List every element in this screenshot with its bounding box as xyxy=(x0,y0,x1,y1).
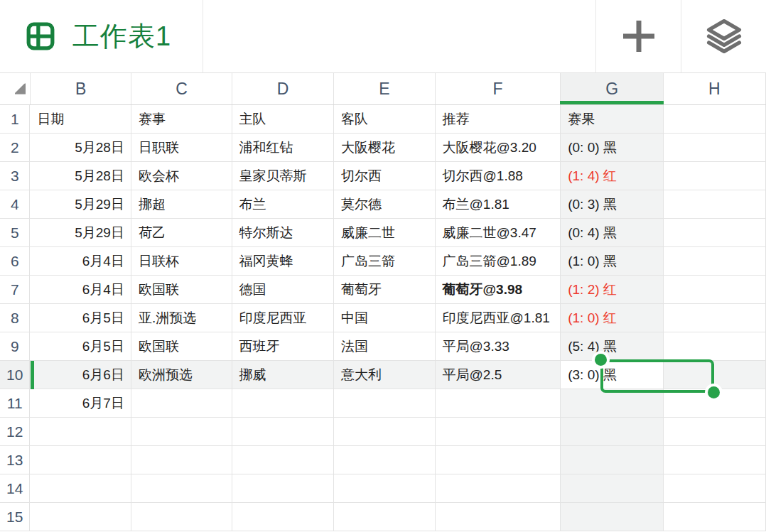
cell-F10[interactable]: 平局@2.5 xyxy=(436,361,561,389)
cell-G8[interactable]: (1: 0) 红 xyxy=(561,304,663,332)
cell-G12[interactable] xyxy=(561,418,663,446)
cell-G5[interactable]: (0: 4) 黑 xyxy=(561,219,663,247)
select-all-cell[interactable] xyxy=(0,73,31,104)
cell-E8[interactable]: 中国 xyxy=(334,304,436,332)
cell-G11[interactable] xyxy=(561,389,663,418)
cell-F13[interactable] xyxy=(436,446,561,474)
cell-E5[interactable]: 威廉二世 xyxy=(334,219,436,247)
cell-C4[interactable]: 挪超 xyxy=(131,190,232,219)
cell-E2[interactable]: 大阪樱花 xyxy=(334,134,436,162)
cell-C8[interactable]: 亚.洲预选 xyxy=(131,304,232,332)
cell-E10[interactable]: 意大利 xyxy=(334,361,436,389)
cell-H4[interactable] xyxy=(664,190,766,219)
cell-B5[interactable]: 5月29日 xyxy=(30,219,131,247)
cell-E9[interactable]: 法国 xyxy=(334,332,436,361)
row-header-3[interactable]: 3 xyxy=(0,162,30,190)
cell-B1[interactable]: 日期 xyxy=(30,105,131,134)
column-header-B[interactable]: B xyxy=(31,73,131,104)
cell-C3[interactable]: 欧会杯 xyxy=(131,162,232,190)
cell-H3[interactable] xyxy=(664,162,766,190)
cell-D5[interactable]: 特尔斯达 xyxy=(232,219,334,247)
cell-C5[interactable]: 荷乙 xyxy=(131,219,232,247)
row-header-2[interactable]: 2 xyxy=(0,134,30,162)
cell-H9[interactable] xyxy=(664,332,766,361)
cell-F3[interactable]: 切尔西@1.88 xyxy=(436,162,561,190)
cell-C6[interactable]: 日联杯 xyxy=(131,247,232,276)
cell-D9[interactable]: 西班牙 xyxy=(232,332,334,361)
cell-G1[interactable]: 赛果 xyxy=(561,105,663,134)
row-header-5[interactable]: 5 xyxy=(0,219,30,247)
row-header-6[interactable]: 6 xyxy=(0,247,30,276)
column-header-F[interactable]: F xyxy=(436,73,561,104)
column-header-E[interactable]: E xyxy=(334,73,435,104)
cell-H15[interactable] xyxy=(664,503,766,531)
cell-C11[interactable] xyxy=(131,389,232,418)
cell-D3[interactable]: 皇家贝蒂斯 xyxy=(232,162,334,190)
cell-G9[interactable]: (5: 4) 黑 xyxy=(561,332,663,361)
cell-B14[interactable] xyxy=(30,474,131,503)
cell-H12[interactable] xyxy=(664,418,766,446)
selected-cell-G10[interactable]: (3: 0) 黑 xyxy=(561,361,663,389)
cell-G14[interactable] xyxy=(561,474,663,503)
cell-G7[interactable]: (1: 2) 红 xyxy=(561,276,663,304)
cell-G3[interactable]: (1: 4) 红 xyxy=(561,162,663,190)
cell-G6[interactable]: (1: 0) 黑 xyxy=(561,247,663,276)
cell-F7[interactable]: 葡萄牙@3.98 xyxy=(436,276,561,304)
cell-B9[interactable]: 6月5日 xyxy=(30,332,131,361)
cell-D6[interactable]: 福冈黄蜂 xyxy=(232,247,334,276)
cell-C7[interactable]: 欧国联 xyxy=(131,276,232,304)
cell-C1[interactable]: 赛事 xyxy=(131,105,232,134)
cell-H10[interactable] xyxy=(664,361,766,389)
row-header-7[interactable]: 7 xyxy=(0,276,30,304)
cell-B10[interactable]: 6月6日 xyxy=(30,361,131,389)
cell-D7[interactable]: 德国 xyxy=(232,276,334,304)
column-header-G[interactable]: G xyxy=(561,73,663,104)
cell-D2[interactable]: 浦和红钻 xyxy=(232,134,334,162)
cell-B13[interactable] xyxy=(30,446,131,474)
cell-H14[interactable] xyxy=(664,474,766,503)
cell-H2[interactable] xyxy=(664,134,766,162)
cell-D8[interactable]: 印度尼西亚 xyxy=(232,304,334,332)
cell-C10[interactable]: 欧洲预选 xyxy=(131,361,232,389)
column-header-D[interactable]: D xyxy=(232,73,334,104)
cell-E14[interactable] xyxy=(334,474,436,503)
cell-B4[interactable]: 5月29日 xyxy=(30,190,131,219)
cell-B15[interactable] xyxy=(30,503,131,531)
cell-F12[interactable] xyxy=(436,418,561,446)
cell-F14[interactable] xyxy=(436,474,561,503)
cell-H8[interactable] xyxy=(664,304,766,332)
cell-D4[interactable]: 布兰 xyxy=(232,190,334,219)
cell-B8[interactable]: 6月5日 xyxy=(30,304,131,332)
cell-B3[interactable]: 5月28日 xyxy=(30,162,131,190)
cell-E13[interactable] xyxy=(334,446,436,474)
cell-E12[interactable] xyxy=(334,418,436,446)
cell-F11[interactable] xyxy=(436,389,561,418)
cell-H7[interactable] xyxy=(664,276,766,304)
cell-D10[interactable]: 挪威 xyxy=(232,361,334,389)
cell-B7[interactable]: 6月4日 xyxy=(30,276,131,304)
cell-F5[interactable]: 威廉二世@3.47 xyxy=(436,219,561,247)
cell-E4[interactable]: 莫尔德 xyxy=(334,190,436,219)
selection-handle-top-left[interactable] xyxy=(595,354,607,366)
row-header-15[interactable]: 15 xyxy=(0,503,30,531)
sheets-stack-button[interactable] xyxy=(681,0,766,72)
add-sheet-button[interactable] xyxy=(595,0,681,72)
cell-B2[interactable]: 5月28日 xyxy=(30,134,131,162)
cell-H6[interactable] xyxy=(664,247,766,276)
cell-D1[interactable]: 主队 xyxy=(232,105,334,134)
row-header-11[interactable]: 11 xyxy=(0,389,30,418)
cell-E15[interactable] xyxy=(334,503,436,531)
cell-C12[interactable] xyxy=(131,418,232,446)
cell-H1[interactable] xyxy=(664,105,766,134)
cell-G15[interactable] xyxy=(561,503,663,531)
cell-F15[interactable] xyxy=(436,503,561,531)
cell-H13[interactable] xyxy=(664,446,766,474)
cell-C9[interactable]: 欧国联 xyxy=(131,332,232,361)
cell-H5[interactable] xyxy=(664,219,766,247)
cell-B11[interactable]: 6月7日 xyxy=(30,389,131,418)
cell-F2[interactable]: 大阪樱花@3.20 xyxy=(436,134,561,162)
cell-G13[interactable] xyxy=(561,446,663,474)
cell-E3[interactable]: 切尔西 xyxy=(334,162,436,190)
column-header-C[interactable]: C xyxy=(131,73,232,104)
cell-E1[interactable]: 客队 xyxy=(334,105,436,134)
